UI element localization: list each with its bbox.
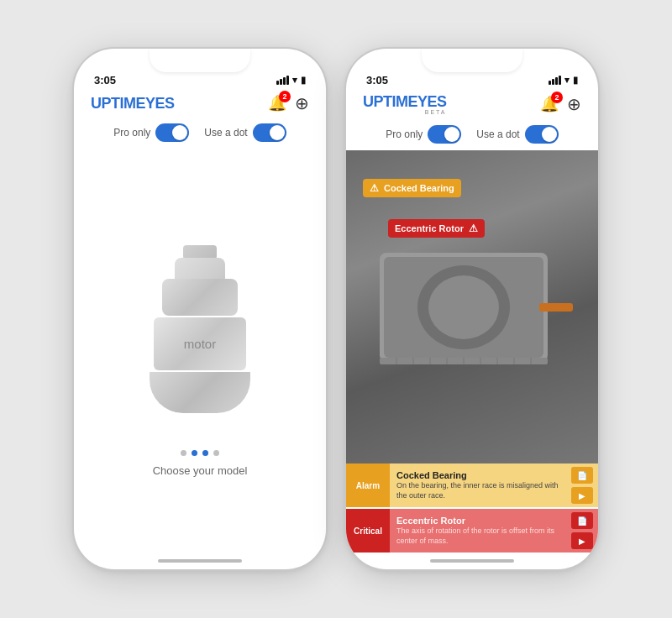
bell-button-1[interactable]: 🔔 2 — [268, 94, 286, 113]
use-dot-switch[interactable] — [253, 123, 286, 142]
use-dot-toggle-group-2: Use a dot — [476, 125, 558, 144]
use-dot-knob-2 — [542, 127, 557, 142]
pro-only-label: Pro only — [113, 127, 150, 139]
critical-play-button[interactable]: ▶ — [571, 532, 593, 549]
motor-top-cap — [175, 258, 225, 280]
critical-alert-title: Eccentric Rotor — [396, 516, 559, 526]
critical-alert-actions: 📄 ▶ — [566, 509, 598, 553]
eccentric-rotor-label: Eccentric Rotor — [395, 223, 464, 233]
pro-only-switch-2[interactable] — [428, 125, 461, 144]
carousel-dot-3[interactable] — [213, 450, 219, 456]
wifi-icon: ▾ — [292, 75, 297, 86]
critical-alert-card: Critical Eccentric Rotor The axis of rot… — [346, 509, 598, 553]
use-dot-label-2: Use a dot — [476, 128, 519, 140]
critical-alert-content: Eccentric Rotor The axis of rotation of … — [390, 509, 566, 553]
wifi-icon-2: ▾ — [564, 75, 570, 86]
logo-1: UPTIMEYES — [91, 95, 175, 113]
time-1: 3:05 — [94, 74, 116, 86]
bell-button-2[interactable]: 🔔 2 — [540, 95, 559, 113]
carousel-dot-1[interactable] — [192, 450, 197, 456]
battery-icon: ▮ — [301, 75, 306, 86]
pro-only-label-2: Pro only — [386, 128, 423, 140]
carousel-dot-2[interactable] — [202, 450, 208, 456]
toggles-bar-2: Pro only Use a dot — [346, 122, 598, 150]
svg-point-3 — [428, 275, 499, 339]
alarm-play-button[interactable]: ▶ — [571, 487, 593, 504]
critical-pdf-button[interactable]: 📄 — [571, 512, 593, 529]
logo-2: UPTIMEYES BETA — [363, 93, 447, 115]
nav-icons-1: 🔔 2 ⊕ — [268, 93, 309, 113]
logo-suffix-2: EYES — [408, 93, 447, 110]
logo-prefix: UPTIM — [91, 95, 136, 112]
eccentric-rotor-annotation[interactable]: Eccentric Rotor ⚠ — [388, 219, 485, 238]
use-dot-knob — [270, 125, 285, 140]
motor-middle: motor — [154, 317, 246, 369]
status-icons-1: ▾ ▮ — [276, 75, 306, 86]
motor-detail-bg: ⚠ Cocked Bearing Eccentric Rotor ⚠ — [346, 150, 598, 464]
motor-body: motor — [145, 245, 255, 413]
motor-cross-section-svg — [363, 236, 581, 379]
signal-icon — [276, 76, 289, 85]
status-icons-2: ▾ ▮ — [549, 75, 578, 86]
pro-only-toggle-group-2: Pro only — [386, 125, 461, 144]
alarm-alert-actions: 📄 ▶ — [566, 464, 598, 507]
pdf-icon-2: 📄 — [577, 516, 587, 526]
play-icon: ▶ — [579, 491, 585, 500]
motor-image-area: motor Choose your model — [74, 149, 326, 556]
battery-icon-2: ▮ — [573, 75, 578, 86]
phone-1: 3:05 ▾ ▮ UPTIMEYES — [74, 49, 326, 569]
alarm-icon: ⚠ — [370, 182, 379, 194]
alarm-alert-content: Cocked Bearing On the bearing, the inner… — [390, 464, 566, 507]
cocked-bearing-annotation[interactable]: ⚠ Cocked Bearing — [363, 179, 461, 197]
nav-icons-2: 🔔 2 ⊕ — [540, 94, 581, 114]
motor-lower — [150, 372, 250, 413]
use-dot-switch-2[interactable] — [525, 125, 559, 144]
alerts-section: Alarm Cocked Bearing On the bearing, the… — [346, 464, 598, 556]
motor-visual: motor — [124, 220, 276, 438]
toggles-bar-1: Pro only Use a dot — [74, 120, 326, 149]
alarm-alert-card: Alarm Cocked Bearing On the bearing, the… — [346, 464, 598, 507]
alarm-alert-desc: On the bearing, the inner race is misali… — [396, 481, 559, 500]
pro-only-knob — [172, 125, 187, 140]
motor-upper — [162, 279, 238, 316]
logo-prefix-2: UPTIM — [363, 93, 408, 110]
critical-alert-desc: The axis of rotation of the rotor is off… — [396, 526, 559, 546]
top-nav-2: UPTIMEYES BETA 🔔 2 ⊕ — [346, 88, 598, 122]
dots-indicator — [181, 450, 219, 456]
critical-icon: ⚠ — [469, 223, 478, 234]
add-button-1[interactable]: ⊕ — [295, 93, 309, 113]
alarm-pdf-button[interactable]: 📄 — [571, 467, 593, 484]
add-button-2[interactable]: ⊕ — [567, 94, 581, 114]
motor-label: motor — [184, 337, 216, 351]
play-icon-2: ▶ — [579, 537, 585, 546]
time-2: 3:05 — [366, 74, 388, 86]
alarm-alert-title: Cocked Bearing — [396, 470, 559, 480]
svg-rect-4 — [539, 303, 573, 312]
phones-container: 3:05 ▾ ▮ UPTIMEYES — [74, 49, 598, 569]
pro-only-knob-2 — [444, 127, 459, 142]
use-dot-label: Use a dot — [204, 127, 247, 139]
notification-badge-2: 2 — [551, 92, 563, 103]
pdf-icon: 📄 — [577, 471, 587, 480]
critical-severity-label: Critical — [346, 509, 390, 553]
status-bar-1: 3:05 ▾ ▮ — [74, 49, 326, 88]
notification-badge-1: 2 — [279, 91, 291, 102]
status-bar-2: 3:05 ▾ ▮ — [346, 49, 598, 88]
use-dot-toggle-group: Use a dot — [204, 123, 286, 142]
pro-only-switch[interactable] — [155, 123, 189, 142]
cocked-bearing-label: Cocked Bearing — [384, 183, 454, 193]
alarm-severity-label: Alarm — [346, 464, 390, 507]
home-bar-1 — [158, 559, 242, 563]
pro-only-toggle-group: Pro only — [113, 123, 189, 142]
signal-icon-2 — [549, 76, 561, 85]
home-bar-2 — [430, 559, 514, 563]
top-nav-1: UPTIMEYES 🔔 2 ⊕ — [74, 88, 326, 120]
logo-subtitle: BETA — [363, 109, 447, 115]
phone-2: 3:05 ▾ ▮ UPTIMEYES BETA — [346, 49, 598, 569]
choose-label: Choose your model — [153, 464, 248, 485]
motor-detail-image: ⚠ Cocked Bearing Eccentric Rotor ⚠ — [346, 150, 598, 464]
carousel-dot-0[interactable] — [181, 450, 186, 456]
logo-suffix: EYES — [136, 95, 175, 112]
